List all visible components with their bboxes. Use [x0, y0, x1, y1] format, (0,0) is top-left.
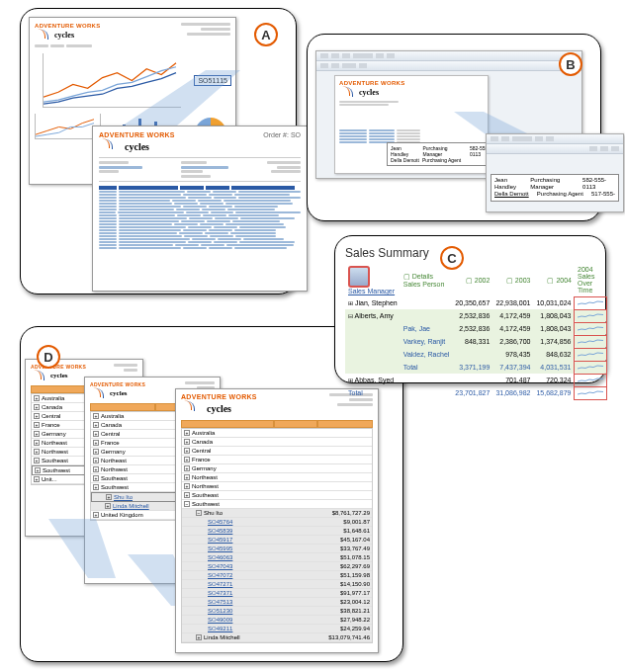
- order-lines-grid: [99, 186, 301, 249]
- swoosh-icon: [35, 29, 54, 41]
- sales-summary-table: Sales Manager ▢ DetailsSales Person ▢ 20…: [345, 264, 607, 400]
- badge-b: B: [559, 52, 582, 76]
- contacts-popup-2[interactable]: Jean HandleyPurchasing Manager582-555-01…: [491, 174, 619, 202]
- embedded-report: ADVENTURE WORKS cycles Jean HandleyPurch…: [334, 75, 489, 174]
- logo: ADVENTURE WORKScycles: [90, 381, 145, 399]
- swoosh-icon: [339, 86, 359, 98]
- panel-c: C Sales Summary Sales Manager ▢ DetailsS…: [334, 235, 606, 383]
- logo: ADVENTURE WORKScycles: [31, 364, 86, 381]
- order-number-label: Order #: SO: [263, 131, 301, 138]
- panel-b: B ADVENTURE WORKS cycles Jean HandleyPur…: [307, 34, 601, 221]
- avatar-icon: [348, 266, 370, 288]
- logo: ADVENTURE WORKS cycles: [99, 131, 175, 154]
- swoosh-icon: [181, 400, 207, 416]
- swoosh-icon: [99, 138, 125, 154]
- badge-d: D: [37, 345, 60, 369]
- swoosh-icon: [31, 370, 50, 381]
- line-chart: [43, 53, 181, 108]
- swoosh-icon: [90, 387, 110, 399]
- drill-report-3: ADVENTURE WORKScycles +Australia+Canada+…: [175, 388, 379, 653]
- panel-title: Sales Summary: [345, 246, 595, 260]
- sales-manager-link[interactable]: Sales Manager: [348, 288, 395, 294]
- small-line-chart: [35, 114, 94, 139]
- logo: ADVENTURE WORKS cycles: [339, 80, 484, 98]
- badge-a: A: [254, 23, 278, 46]
- toolbar[interactable]: [316, 51, 581, 61]
- order-report: ADVENTURE WORKS cycles Order #: SO: [92, 126, 308, 292]
- logo: ADVENTURE WORKScycles: [181, 393, 257, 416]
- toolbar[interactable]: [487, 134, 623, 144]
- toolbar-2[interactable]: [487, 144, 623, 154]
- app-window-2: Jean HandleyPurchasing Manager582-555-01…: [486, 133, 624, 212]
- logo: ADVENTURE WORKS cycles: [35, 23, 101, 41]
- so-number-highlight[interactable]: SO51115: [194, 75, 231, 86]
- badge-c: C: [440, 246, 464, 270]
- panel-a: A ADVENTURE WORKS cycles: [20, 8, 297, 294]
- toolbar-2[interactable]: [316, 61, 581, 71]
